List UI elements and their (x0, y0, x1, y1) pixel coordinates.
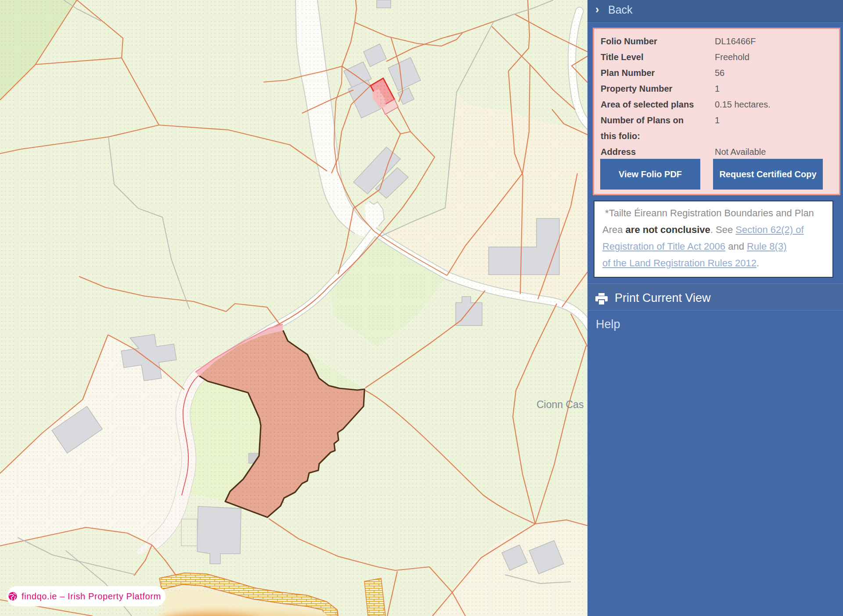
svg-text:Cionn Cas: Cionn Cas (537, 399, 584, 410)
